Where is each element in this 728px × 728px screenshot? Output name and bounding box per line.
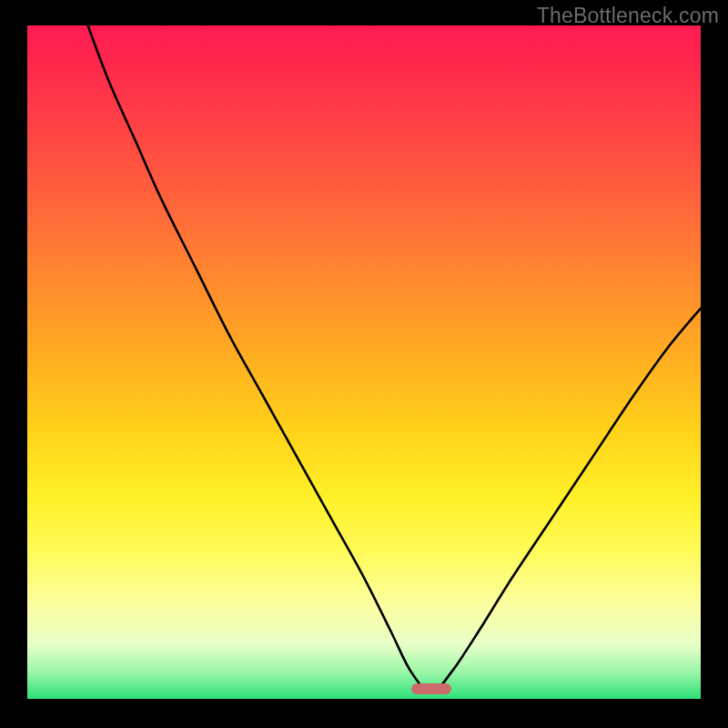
curve-path [88, 25, 701, 693]
optimal-marker [411, 683, 451, 694]
chart-frame: TheBottleneck.com [0, 0, 728, 728]
plot-area [27, 25, 701, 699]
bottleneck-curve [27, 25, 701, 699]
watermark-text: TheBottleneck.com [537, 4, 719, 28]
